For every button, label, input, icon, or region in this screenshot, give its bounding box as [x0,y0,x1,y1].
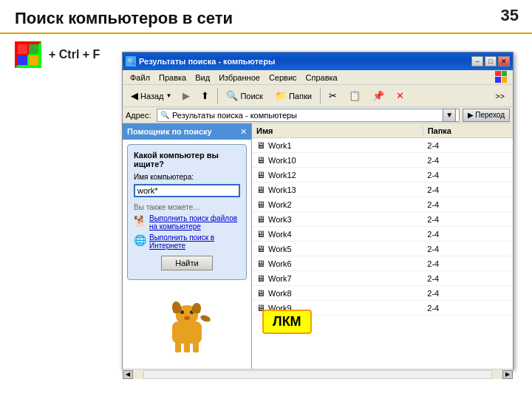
menu-service[interactable]: Сервис [265,72,301,83]
copy-icon: 📋 [349,90,361,101]
results-header: Имя Папка [252,123,513,138]
toolbar-separator2 [320,88,321,104]
result-folder: 2-4 [423,200,513,209]
result-folder: 2-4 [423,259,513,268]
search-panel-title: Помощник по поиску [127,127,212,136]
result-name-text: Work12 [268,171,296,180]
result-name: 🖥 Work1 [252,140,423,151]
address-icon: 🔍 [160,111,169,119]
computer-icon: 🖥 [256,185,265,195]
menu-help[interactable]: Справка [301,72,342,83]
toolbar-nav: ◀ Назад ▼ ▶ ⬆ [126,88,214,103]
table-row[interactable]: 🖥 Work2 2-4 [252,197,513,212]
result-name-text: Work3 [268,215,292,224]
paste-icon: 📌 [372,90,384,101]
up-button[interactable]: ⬆ [196,88,214,103]
option-internet-text: Выполнить поиск в Интернете [149,233,240,250]
minimize-button[interactable]: – [471,56,483,66]
forward-icon: ▶ [183,90,190,101]
col-name-header: Имя [252,126,423,135]
result-name: 🖥 Work10 [252,155,423,166]
computer-icon: 🖥 [256,229,265,239]
table-row[interactable]: 🖥 Work3 2-4 [252,212,513,227]
table-row[interactable]: 🖥 Work1 2-4 [252,138,513,153]
table-row[interactable]: 🖥 Work10 2-4 [252,153,513,168]
result-folder: 2-4 [423,171,513,180]
menu-view[interactable]: Вид [191,72,214,83]
table-row[interactable]: 🖥 Work5 2-4 [252,242,513,256]
result-name-text: Work8 [268,289,292,298]
find-button[interactable]: Найти [161,256,212,270]
window-title: Результаты поиска - компьютеры [139,57,275,66]
toolbar-separator [217,88,218,104]
search-panel-close-button[interactable]: ✕ [240,127,247,137]
option-files[interactable]: 🐕 Выполнить поиск файлов на компьютере [134,214,240,231]
table-row[interactable]: 🖥 Work8 2-4 [252,286,513,301]
delete-button[interactable]: ✕ [391,88,409,103]
internet-search-icon: 🌐 [134,234,146,246]
result-folder: 2-4 [423,185,513,194]
result-folder: 2-4 [423,289,513,298]
search-icon: 🔍 [226,90,238,101]
folders-button[interactable]: 📁 Папки [270,88,317,103]
move-button[interactable]: ✂ [324,88,342,103]
result-folder: 2-4 [423,274,513,283]
toolbar: ◀ Назад ▼ ▶ ⬆ 🔍 Поиск 📁 Папки ✂ 📋 [123,85,513,107]
horizontal-scrollbar[interactable]: ◀ ▶ [123,369,513,379]
result-name: 🖥 Work7 [252,273,423,284]
more-button[interactable]: >> [490,89,510,103]
window-icon: 🔍 [126,56,136,66]
close-button[interactable]: ✕ [498,56,510,66]
dog-mascot [165,318,209,366]
menu-file[interactable]: Файл [126,72,154,83]
folders-icon: 📁 [275,90,287,101]
result-name: 🖥 Work2 [252,200,423,210]
folders-label: Папки [289,92,312,100]
back-button[interactable]: ◀ Назад ▼ [126,88,177,103]
search-button[interactable]: 🔍 Поиск [221,88,267,103]
maximize-button[interactable]: □ [485,56,497,66]
search-panel: Помощник по поиску ✕ Какой компьютер вы … [123,123,252,369]
go-icon: ▶ [468,111,474,119]
move-icon: ✂ [329,90,337,101]
computer-icon: 🖥 [256,244,265,254]
option-internet[interactable]: 🌐 Выполнить поиск в Интернете [134,233,240,250]
address-bar: Адрес: 🔍 Результаты поиска - компьютеры … [123,107,513,123]
result-name-text: Work2 [268,200,292,209]
computer-icon: 🖥 [256,259,265,269]
computer-name-label: Имя компьютера: [134,173,240,181]
table-row[interactable]: 🖥 Work12 2-4 [252,168,513,183]
back-label: Назад [140,92,164,100]
menu-edit[interactable]: Правка [154,72,191,83]
address-dropdown-icon[interactable]: ▼ [443,109,456,122]
result-name: 🖥 Work6 [252,259,423,269]
copy-button[interactable]: 📋 [344,88,366,103]
hscroll-right-arrow[interactable]: ▶ [502,370,513,379]
go-button[interactable]: ▶ Переход [463,109,510,122]
also-label: Вы также можете… [134,203,240,211]
result-folder: 2-4 [423,156,513,165]
menu-favorites[interactable]: Избранное [214,72,265,83]
paste-button[interactable]: 📌 [367,88,389,103]
back-icon: ◀ [131,90,138,101]
table-row[interactable]: 🖥 Work6 2-4 [252,256,513,271]
address-input-wrap: 🔍 Результаты поиска - компьютеры ▼ [157,109,460,122]
search-label: Поиск [240,92,262,100]
address-label: Адрес: [126,111,154,120]
result-folder: 2-4 [423,230,513,239]
result-name-text: Work10 [268,156,296,165]
delete-icon: ✕ [396,90,404,101]
forward-button[interactable]: ▶ [177,88,195,103]
result-name: 🖥 Work8 [252,288,423,299]
hscroll-left-arrow[interactable]: ◀ [123,370,133,379]
table-row[interactable]: 🖥 Work13 2-4 [252,183,513,197]
result-folder: 2-4 [423,245,513,253]
result-folder: 2-4 [423,141,513,150]
files-search-icon: 🐕 [134,215,146,227]
computer-icon: 🖥 [256,273,265,284]
table-row[interactable]: 🖥 Work4 2-4 [252,227,513,242]
shortcut-label: + Ctrl + F [49,48,100,61]
result-name-text: Work6 [268,259,292,268]
computer-name-input[interactable] [134,184,240,197]
table-row[interactable]: 🖥 Work7 2-4 [252,271,513,286]
